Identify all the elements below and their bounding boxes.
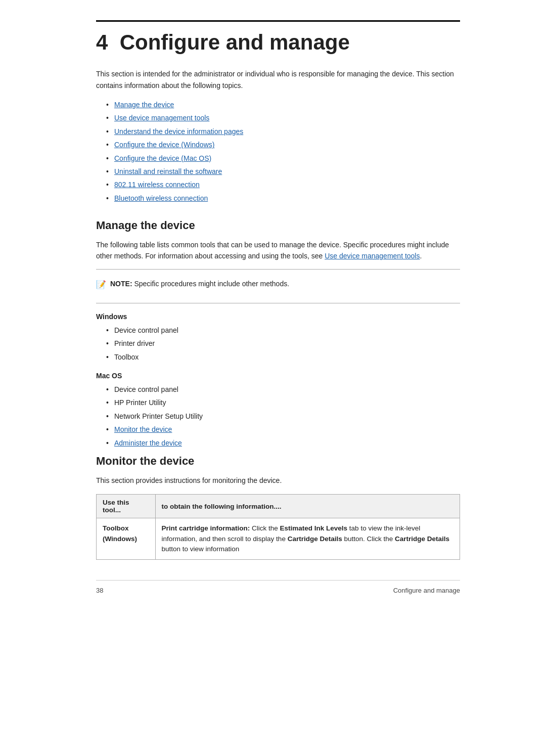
toc-link-7[interactable]: 802.11 wireless connection [114,181,200,189]
macos-list: Device control panel HP Printer Utility … [106,384,460,449]
toc-link-8[interactable]: Bluetooth wireless connection [114,194,208,202]
note-label: NOTE: [110,280,132,288]
note-content: 📝 NOTE: Specific procedures might includ… [96,279,460,291]
table-cell-tool: Toolbox (Windows) [97,518,156,560]
toc-item-7: 802.11 wireless connection [106,179,460,190]
table-col1-header: Use this tool... [97,495,156,518]
macos-link-item-1: Monitor the device [106,424,460,435]
info-bold-4: Cartridge Details [395,535,449,543]
toc-link-3[interactable]: Understand the device information pages [114,127,243,136]
table-cell-info: Print cartridge information: Click the E… [155,518,460,560]
toc-link-1[interactable]: Manage the device [114,101,174,109]
toc-link-2[interactable]: Use device management tools [114,114,209,122]
page-container: 4 Configure and manage This section is i… [56,0,490,625]
monitor-table: Use this tool... to obtain the following… [96,494,460,560]
windows-item-1: Device control panel [106,325,460,336]
footer-chapter-label: Configure and manage [393,587,460,594]
table-col2-header: to obtain the following information.... [155,495,460,518]
chapter-number: 4 [96,30,108,54]
info-bold-1: Print cartridge information: [162,524,250,532]
tool-name: Toolbox (Windows) [103,524,137,542]
chapter-title: 4 Configure and manage [96,31,460,54]
toc-list: Manage the device Use device management … [106,99,460,204]
divider-top [96,269,460,270]
chapter-title-text: Configure and manage [120,30,350,54]
toc-link-5[interactable]: Configure the device (Mac OS) [114,154,211,162]
toc-item-5: Configure the device (Mac OS) [106,153,460,164]
toc-item-6: Uninstall and reinstall the software [106,166,460,177]
note-box: 📝 NOTE: Specific procedures might includ… [96,275,460,295]
macos-heading: Mac OS [96,372,460,380]
toc-link-6[interactable]: Uninstall and reinstall the software [114,167,222,175]
macos-link-2[interactable]: Administer the device [114,439,182,447]
divider-bottom [96,303,460,303]
toc-item-3: Understand the device information pages [106,126,460,137]
manage-device-intro-link[interactable]: Use device management tools [325,252,420,260]
macos-link-1[interactable]: Monitor the device [114,425,172,433]
macos-item-2: HP Printer Utility [106,397,460,408]
info-bold-3: Cartridge Details [288,535,342,543]
manage-device-intro: The following table lists common tools t… [96,239,460,262]
chapter-header: 4 Configure and manage [96,20,460,54]
toc-link-4[interactable]: Configure the device (Windows) [114,141,214,149]
toc-item-8: Bluetooth wireless connection [106,193,460,204]
toc-item-4: Configure the device (Windows) [106,139,460,150]
macos-item-1: Device control panel [106,384,460,395]
intro-paragraph: This section is intended for the adminis… [96,68,460,91]
windows-item-2: Printer driver [106,338,460,349]
note-text: NOTE: Specific procedures might include … [110,279,289,289]
toc-item-1: Manage the device [106,99,460,110]
table-header-row: Use this tool... to obtain the following… [97,495,460,518]
macos-link-item-2: Administer the device [106,437,460,449]
windows-list: Device control panel Printer driver Tool… [106,325,460,363]
windows-item-3: Toolbox [106,351,460,363]
macos-item-3: Network Printer Setup Utility [106,411,460,422]
toc-item-2: Use device management tools [106,112,460,123]
windows-heading: Windows [96,313,460,321]
manage-device-heading: Manage the device [96,219,460,232]
table-row: Toolbox (Windows) Print cartridge inform… [97,518,460,560]
monitor-device-text: This section provides instructions for m… [96,475,460,486]
note-icon: 📝 [96,279,106,291]
info-bold-2: Estimated Ink Levels [280,524,348,532]
monitor-device-heading: Monitor the device [96,455,460,468]
footer: 38 Configure and manage [96,580,460,594]
footer-page-number: 38 [96,587,103,594]
note-body: Specific procedures might include other … [134,280,289,288]
